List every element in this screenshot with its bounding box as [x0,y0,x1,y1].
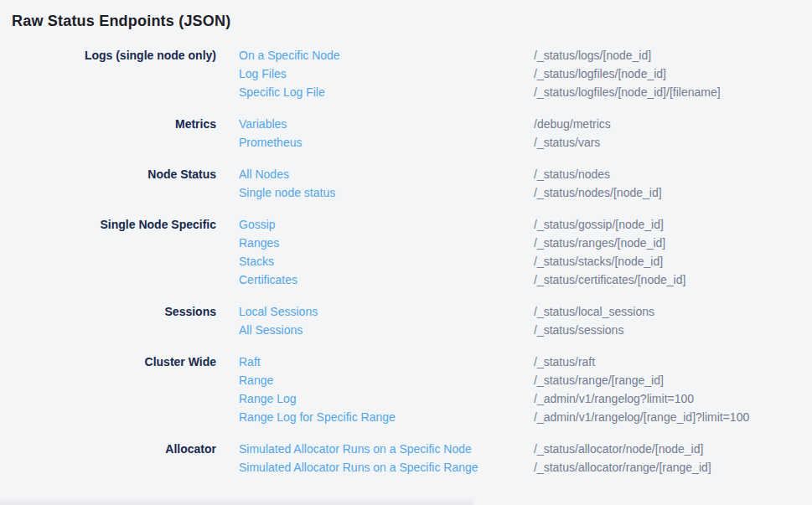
endpoint-link[interactable]: Simulated Allocator Runs on a Specific N… [239,440,534,458]
endpoint-row: Stacks/_status/stacks/[node_id] [216,252,812,271]
endpoint-path: /_status/certificates/[node_id] [534,271,685,289]
endpoint-row: Certificates/_status/certificates/[node_… [216,271,812,289]
endpoint-sections: Logs (single node only)On a Specific Nod… [0,46,812,477]
endpoint-link[interactable]: Range [239,371,534,389]
endpoint-path: /_status/stacks/[node_id] [534,252,663,271]
endpoint-path: /_status/logfiles/[node_id]/[filename] [534,83,721,101]
section-category-label: Metrics [0,115,216,133]
endpoint-path: /_status/allocator/node/[node_id] [534,440,703,458]
endpoint-section: Cluster WideRaft/_status/raftRange/_stat… [0,353,812,426]
endpoint-link[interactable]: Stacks [239,252,534,271]
endpoint-row: All Sessions/_status/sessions [216,321,812,339]
endpoint-row: Range Log for Specific Range/_admin/v1/r… [216,408,812,426]
endpoint-section: Logs (single node only)On a Specific Nod… [0,46,812,101]
endpoint-row: Simulated Allocator Runs on a Specific R… [216,458,812,477]
section-category-label: Sessions [0,302,216,321]
section-rows: Gossip/_status/gossip/[node_id]Ranges/_s… [216,215,812,289]
endpoint-section: Single Node SpecificGossip/_status/gossi… [0,215,812,289]
endpoint-row: Local Sessions/_status/local_sessions [216,302,812,321]
endpoint-row: Specific Log File/_status/logfiles/[node… [216,83,812,101]
endpoint-link[interactable]: Raft [239,353,534,371]
endpoint-path: /_admin/v1/rangelog?limit=100 [534,389,694,408]
endpoint-link[interactable]: Ranges [239,234,534,252]
endpoint-link[interactable]: Local Sessions [239,302,534,321]
endpoint-link[interactable]: Simulated Allocator Runs on a Specific R… [239,458,534,477]
endpoint-path: /_admin/v1/rangelog/[range_id]?limit=100 [534,408,749,426]
endpoint-row: Prometheus/_status/vars [216,133,812,152]
endpoint-link[interactable]: All Nodes [239,165,534,183]
section-rows: Local Sessions/_status/local_sessionsAll… [216,302,812,339]
endpoint-path: /_status/gossip/[node_id] [534,215,664,234]
endpoint-row: Simulated Allocator Runs on a Specific N… [216,440,812,458]
endpoint-path: /_status/raft [534,353,595,371]
endpoint-section: Node StatusAll Nodes/_status/nodesSingle… [0,165,812,202]
bottom-shade-divider [0,497,473,505]
endpoint-path: /_status/sessions [534,321,623,339]
endpoint-path: /debug/metrics [534,115,611,133]
endpoint-path: /_status/range/[range_id] [534,371,664,389]
section-category-label: Allocator [0,440,216,458]
section-rows: All Nodes/_status/nodesSingle node statu… [216,165,812,202]
endpoint-link[interactable]: Specific Log File [239,83,534,101]
endpoint-row: Variables/debug/metrics [216,115,812,133]
endpoint-section: AllocatorSimulated Allocator Runs on a S… [0,440,812,477]
section-rows: On a Specific Node/_status/logs/[node_id… [216,46,812,101]
endpoint-link[interactable]: Range Log [239,389,534,408]
endpoint-row: Single node status/_status/nodes/[node_i… [216,183,812,202]
endpoint-path: /_status/logs/[node_id] [534,46,651,64]
section-category-label: Node Status [0,165,216,183]
endpoint-path: /_status/logfiles/[node_id] [534,64,666,83]
endpoint-path: /_status/allocator/range/[range_id] [534,458,711,477]
endpoint-row: On a Specific Node/_status/logs/[node_id… [216,46,812,64]
endpoint-path: /_status/nodes/[node_id] [534,183,662,202]
endpoint-link[interactable]: Single node status [239,183,534,202]
endpoint-row: Range Log/_admin/v1/rangelog?limit=100 [216,389,812,408]
section-rows: Simulated Allocator Runs on a Specific N… [216,440,812,477]
endpoint-link[interactable]: Log Files [239,64,534,83]
section-category-label: Logs (single node only) [0,46,216,64]
endpoint-path: /_status/nodes [534,165,610,183]
endpoint-path: /_status/vars [534,133,600,152]
endpoint-row: Log Files/_status/logfiles/[node_id] [216,64,812,83]
endpoint-link[interactable]: Range Log for Specific Range [239,408,534,426]
section-category-label: Cluster Wide [0,353,216,371]
endpoint-row: Ranges/_status/ranges/[node_id] [216,234,812,252]
endpoint-row: Range/_status/range/[range_id] [216,371,812,389]
endpoint-row: Raft/_status/raft [216,353,812,371]
endpoint-path: /_status/ranges/[node_id] [534,234,665,252]
endpoint-row: All Nodes/_status/nodes [216,165,812,183]
endpoint-link[interactable]: Gossip [239,215,534,234]
section-rows: Variables/debug/metricsPrometheus/_statu… [216,115,812,152]
endpoint-section: MetricsVariables/debug/metricsPrometheus… [0,115,812,152]
section-category-label: Single Node Specific [0,215,216,234]
endpoint-row: Gossip/_status/gossip/[node_id] [216,215,812,234]
endpoint-link[interactable]: Prometheus [239,133,534,152]
endpoint-link[interactable]: Certificates [239,271,534,289]
endpoint-section: SessionsLocal Sessions/_status/local_ses… [0,302,812,339]
endpoint-link[interactable]: Variables [239,115,534,133]
endpoint-path: /_status/local_sessions [534,302,654,321]
section-rows: Raft/_status/raftRange/_status/range/[ra… [216,353,812,426]
endpoint-link[interactable]: On a Specific Node [239,46,534,64]
endpoint-link[interactable]: All Sessions [239,321,534,339]
page-title: Raw Status Endpoints (JSON) [12,11,812,31]
